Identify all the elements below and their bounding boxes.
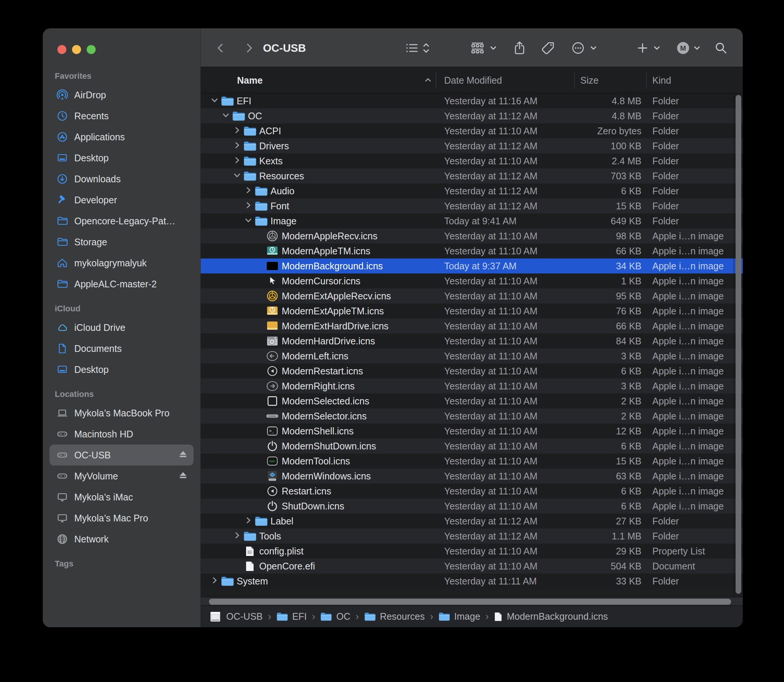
table-row-moderncursor-icns[interactable]: ModernCursor.icnsYesterday at 11:10 AM1 … xyxy=(201,274,743,288)
horizontal-scrollbar-thumb[interactable] xyxy=(209,599,731,605)
sidebar-item-documents[interactable]: Documents xyxy=(49,338,194,359)
new-item-caret-icon[interactable] xyxy=(653,45,661,51)
disclosure-closed-icon[interactable] xyxy=(233,126,241,136)
new-item-plus-icon[interactable] xyxy=(637,42,648,54)
avatar-caret-icon[interactable] xyxy=(693,45,701,51)
table-row-modernappletm-icns[interactable]: ModernAppleTM.icnsYesterday at 11:10 AM6… xyxy=(201,244,743,258)
table-row-modernselector-icns[interactable]: ContinueModernSelector.icnsYesterday at … xyxy=(201,408,743,424)
vertical-scrollbar-thumb[interactable] xyxy=(736,95,741,594)
zoom-button[interactable] xyxy=(87,45,96,54)
forward-button[interactable] xyxy=(244,41,254,54)
column-date-modified[interactable]: Date Modified xyxy=(444,75,502,86)
disclosure-closed-icon[interactable] xyxy=(233,531,241,541)
table-row-drivers[interactable]: DriversYesterday at 11:12 AM100 KBFolder xyxy=(201,139,743,153)
column-size[interactable]: Size xyxy=(580,75,599,86)
disclosure-open-icon[interactable] xyxy=(244,216,252,226)
table-row-modernshutdown-icns[interactable]: ModernShutDown.icnsYesterday at 11:10 AM… xyxy=(201,438,743,454)
sidebar-item-desktop[interactable]: Desktop xyxy=(49,359,194,380)
path-item-image[interactable]: Image xyxy=(438,611,480,622)
sidebar-item-mykola-s-macbook-pro[interactable]: Mykola’s MacBook Pro xyxy=(49,403,194,424)
table-row-shutdown-icns[interactable]: ShutDown.icnsYesterday at 11:10 AM6 KBAp… xyxy=(201,499,743,513)
minimize-button[interactable] xyxy=(72,45,81,54)
sort-chevrons-icon[interactable] xyxy=(422,41,430,54)
column-divider[interactable] xyxy=(646,72,647,88)
sidebar-item-macintosh-hd[interactable]: Macintosh HD xyxy=(49,424,194,445)
sidebar-item-developer[interactable]: Developer xyxy=(49,190,194,210)
eject-icon[interactable] xyxy=(178,471,188,482)
tag-icon[interactable] xyxy=(541,41,555,55)
table-row-modernleft-icns[interactable]: ModernLeft.icnsYesterday at 11:10 AM3 KB… xyxy=(201,349,743,363)
sidebar-item-mykola-s-imac[interactable]: Mykola’s iMac xyxy=(49,486,194,508)
vertical-scrollbar[interactable] xyxy=(734,93,743,598)
sidebar-item-applications[interactable]: Applications xyxy=(49,126,194,147)
table-row-moderntool-icns[interactable]: EXECModernTool.icnsYesterday at 11:10 AM… xyxy=(201,454,743,468)
table-row-kexts[interactable]: KextsYesterday at 11:10 AM2.4 MBFolder xyxy=(201,153,743,169)
table-row-font[interactable]: FontYesterday at 11:12 AM15 KBFolder xyxy=(201,198,743,214)
disclosure-open-icon[interactable] xyxy=(210,96,219,106)
path-item-modernbackground-icns[interactable]: ModernBackground.icns xyxy=(494,611,608,622)
column-kind[interactable]: Kind xyxy=(652,75,671,86)
disclosure-closed-icon[interactable] xyxy=(244,201,252,211)
column-divider[interactable] xyxy=(436,72,436,88)
table-row-modernwindows-icns[interactable]: ModernWindows.icnsYesterday at 11:10 AM6… xyxy=(201,468,743,484)
view-list-icon[interactable] xyxy=(405,42,418,54)
column-name[interactable]: Name xyxy=(237,75,263,86)
table-row-restart-icns[interactable]: Restart.icnsYesterday at 11:10 AM6 KBApp… xyxy=(201,484,743,499)
disclosure-closed-icon[interactable] xyxy=(233,156,241,166)
table-row-system[interactable]: SystemYesterday at 11:11 AM33 KBFolder xyxy=(201,574,743,589)
search-icon[interactable] xyxy=(715,41,727,54)
table-row-opencore-efi[interactable]: OpenCore.efiYesterday at 11:10 AM504 KBD… xyxy=(201,559,743,574)
sidebar-item-icloud-drive[interactable]: iCloud Drive xyxy=(49,317,194,338)
table-row-efi[interactable]: EFIYesterday at 11:16 AM4.8 MBFolder xyxy=(201,93,743,108)
horizontal-scrollbar[interactable] xyxy=(201,597,743,606)
table-row-modernselected-icns[interactable]: ModernSelected.icnsYesterday at 11:10 AM… xyxy=(201,394,743,408)
table-row-modernextharddrive-icns[interactable]: ModernExtHardDrive.icnsYesterday at 11:1… xyxy=(201,319,743,333)
sidebar-item-desktop[interactable]: Desktop xyxy=(49,147,194,169)
table-row-modernrestart-icns[interactable]: ModernRestart.icnsYesterday at 11:10 AM6… xyxy=(201,363,743,379)
close-button[interactable] xyxy=(57,45,66,54)
avatar[interactable]: M xyxy=(676,41,690,55)
group-caret-icon[interactable] xyxy=(489,45,497,51)
more-actions-caret-icon[interactable] xyxy=(590,45,597,51)
path-item-oc[interactable]: OC xyxy=(320,611,351,622)
table-row-config-plist[interactable]: config.plistYesterday at 11:10 AM29 KBPr… xyxy=(201,543,743,559)
table-row-tools[interactable]: ToolsYesterday at 11:12 AM1.1 MBFolder xyxy=(201,529,743,543)
path-item-efi[interactable]: EFI xyxy=(276,611,307,622)
table-row-modernharddrive-icns[interactable]: ModernHardDrive.icnsYesterday at 11:10 A… xyxy=(201,333,743,349)
table-row-modernbackground-icns[interactable]: ModernBackground.icnsToday at 9:37 AM34 … xyxy=(201,258,743,274)
disclosure-open-icon[interactable] xyxy=(222,111,230,121)
back-button[interactable] xyxy=(216,41,225,54)
disclosure-closed-icon[interactable] xyxy=(233,141,241,151)
sidebar-item-storage[interactable]: Storage xyxy=(49,231,194,252)
disclosure-closed-icon[interactable] xyxy=(244,516,252,526)
sidebar-item-airdrop[interactable]: AirDrop xyxy=(49,84,194,105)
table-row-label[interactable]: LabelYesterday at 11:12 AM27 KBFolder xyxy=(201,513,743,529)
table-row-resources[interactable]: ResourcesYesterday at 11:12 AM703 KBFold… xyxy=(201,169,743,183)
group-by-icon[interactable] xyxy=(470,41,484,54)
sidebar-item-applealc-master-2[interactable]: AppleALC-master-2 xyxy=(49,274,194,295)
column-divider[interactable] xyxy=(574,72,575,88)
disclosure-closed-icon[interactable] xyxy=(210,576,219,586)
sidebar-item-mykolagrymalyuk[interactable]: mykolagrymalyuk xyxy=(49,252,194,274)
table-row-modernextappletm-icns[interactable]: ModernExtAppleTM.icnsYesterday at 11:10 … xyxy=(201,303,743,319)
sidebar-item-myvolume[interactable]: MyVolume xyxy=(49,465,194,486)
table-row-audio[interactable]: AudioYesterday at 11:12 AM6 KBFolder xyxy=(201,183,743,198)
disclosure-open-icon[interactable] xyxy=(233,171,241,181)
disclosure-closed-icon[interactable] xyxy=(244,186,252,196)
sidebar-item-downloads[interactable]: Downloads xyxy=(49,169,194,190)
share-icon[interactable] xyxy=(513,41,526,55)
table-row-modernapplerecv-icns[interactable]: ModernAppleRecv.icnsYesterday at 11:10 A… xyxy=(201,228,743,244)
table-row-modernright-icns[interactable]: ModernRight.icnsYesterday at 11:10 AM3 K… xyxy=(201,379,743,394)
more-actions-icon[interactable] xyxy=(571,41,585,55)
table-row-acpi[interactable]: ACPIYesterday at 11:10 AMZero bytesFolde… xyxy=(201,123,743,139)
sidebar-item-opencore-legacy-pat-[interactable]: Opencore-Legacy-Pat… xyxy=(49,210,194,231)
table-row-modernshell-icns[interactable]: >_ModernShell.icnsYesterday at 11:10 AM1… xyxy=(201,424,743,438)
table-row-oc[interactable]: OCYesterday at 11:12 AM4.8 MBFolder xyxy=(201,108,743,123)
sidebar-item-recents[interactable]: Recents xyxy=(49,105,194,126)
table-row-image[interactable]: ImageToday at 9:41 AM649 KBFolder xyxy=(201,214,743,228)
sidebar-item-oc-usb[interactable]: OC-USB xyxy=(49,445,194,465)
path-item-oc-usb[interactable]: OC-USB xyxy=(209,611,263,622)
table-row-modernextapplerecv-icns[interactable]: ModernExtAppleRecv.icnsYesterday at 11:1… xyxy=(201,288,743,303)
eject-icon[interactable] xyxy=(178,450,188,461)
path-item-resources[interactable]: Resources xyxy=(364,611,425,622)
